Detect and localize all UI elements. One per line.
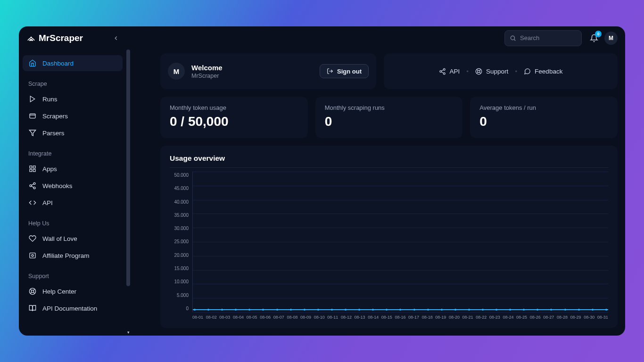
- svg-line-24: [30, 292, 32, 294]
- play-icon: [28, 95, 37, 103]
- svg-point-20: [31, 290, 33, 292]
- sidebar-collapse-button[interactable]: [110, 33, 122, 44]
- svg-line-23: [33, 289, 35, 290]
- link-support[interactable]: Support: [475, 68, 508, 75]
- svg-line-35: [479, 69, 481, 71]
- lifebuoy-icon: [475, 68, 482, 75]
- sidebar-item-parsers[interactable]: Parsers: [23, 125, 123, 141]
- filter-icon: [28, 129, 37, 137]
- svg-point-0: [30, 40, 31, 41]
- stat-value: 0 / 50,000: [170, 114, 298, 129]
- signout-label: Sign out: [337, 68, 362, 75]
- stat-token-usage: Monthly token usage 0 / 50,000: [160, 97, 308, 138]
- svg-rect-10: [33, 169, 35, 172]
- welcome-title: Welcome: [191, 64, 313, 72]
- svg-line-33: [477, 69, 478, 71]
- svg-line-15: [32, 186, 34, 188]
- home-icon: [28, 59, 37, 67]
- app-window: MrScraper 0 M Dashboard Scrape: [19, 26, 625, 336]
- chart-x-axis: 08-0108-0208-0308-0408-0508-0608-0708-08…: [192, 312, 608, 321]
- svg-point-28: [443, 73, 445, 74]
- sidebar-item-label: API Documentation: [42, 305, 97, 312]
- search-input[interactable]: [504, 30, 582, 46]
- link-api[interactable]: API: [439, 68, 460, 75]
- sidebar-item-api-docs[interactable]: API Documentation: [23, 300, 123, 316]
- code-icon: [28, 198, 37, 207]
- svg-rect-17: [30, 253, 35, 258]
- svg-rect-5: [30, 114, 35, 118]
- badge-icon: [28, 251, 37, 260]
- section-integrate: Integrate: [23, 142, 123, 161]
- stat-label: Average tokens / run: [479, 104, 608, 111]
- sidebar-item-label: Scrapers: [42, 113, 68, 120]
- welcome-subtitle: MrScraper: [191, 73, 313, 79]
- link-label: Feedback: [535, 68, 562, 75]
- sidebar-item-scrapers[interactable]: Scrapers: [23, 108, 123, 124]
- separator-dot: •: [466, 68, 469, 75]
- sign-out-button[interactable]: Sign out: [320, 64, 369, 78]
- logo-icon: [26, 33, 36, 43]
- sidebar-item-runs[interactable]: Runs: [23, 91, 123, 107]
- sidebar-item-apps[interactable]: Apps: [23, 161, 123, 177]
- svg-point-18: [32, 255, 33, 256]
- sidebar-item-dashboard[interactable]: Dashboard: [23, 55, 123, 71]
- share-icon: [439, 68, 446, 75]
- welcome-avatar: M: [168, 63, 185, 80]
- sidebar-item-label: Parsers: [42, 130, 65, 137]
- svg-line-29: [441, 72, 443, 73]
- topbar: MrScraper 0 M: [19, 26, 625, 49]
- notifications-button[interactable]: 0: [589, 33, 599, 43]
- svg-line-36: [477, 72, 478, 74]
- svg-line-16: [32, 184, 34, 185]
- sidebar-item-help-center[interactable]: Help Center: [23, 283, 123, 299]
- scrollbar-thumb[interactable]: [126, 49, 130, 286]
- link-feedback[interactable]: Feedback: [524, 68, 562, 75]
- svg-rect-11: [30, 169, 32, 172]
- share-icon: [28, 181, 37, 190]
- link-label: Support: [486, 68, 508, 75]
- sidebar-item-webhooks[interactable]: Webhooks: [23, 178, 123, 194]
- sidebar-item-affiliate[interactable]: Affiliate Program: [23, 247, 123, 263]
- sidebar-item-api[interactable]: API: [23, 195, 123, 211]
- section-support: Support: [23, 264, 123, 283]
- quicklinks-card: API • Support • Feedback: [384, 53, 618, 89]
- chart-plot-area: [192, 172, 608, 312]
- svg-point-32: [478, 70, 480, 73]
- svg-rect-8: [30, 166, 32, 168]
- svg-rect-9: [33, 166, 35, 168]
- stat-value: 0: [479, 114, 608, 129]
- scroll-down-icon[interactable]: ▾: [127, 330, 130, 335]
- svg-point-14: [33, 187, 35, 189]
- usage-chart-card: Usage overview 50.00045.00040.00035.0003…: [160, 146, 618, 328]
- logo-text: MrScraper: [39, 33, 83, 43]
- sidebar-item-label: Apps: [42, 165, 57, 173]
- user-avatar[interactable]: M: [604, 32, 618, 45]
- svg-point-26: [443, 68, 445, 70]
- svg-point-13: [30, 185, 32, 187]
- svg-point-12: [33, 182, 35, 184]
- svg-point-2: [511, 36, 514, 40]
- svg-line-21: [30, 289, 32, 290]
- sidebar-item-label: Help Center: [42, 288, 76, 295]
- book-icon: [28, 304, 37, 313]
- welcome-card: M Welcome MrScraper Sign out: [160, 53, 376, 89]
- heart-icon: [28, 234, 37, 243]
- divider: [170, 167, 608, 168]
- sidebar-item-wall-of-love[interactable]: Wall of Love: [23, 230, 123, 247]
- search-icon: [510, 35, 516, 41]
- logo[interactable]: MrScraper: [26, 33, 83, 43]
- stat-value: 0: [325, 114, 454, 129]
- svg-marker-4: [30, 96, 34, 102]
- search-field[interactable]: [520, 34, 577, 41]
- sidebar-item-label: Webhooks: [42, 182, 73, 189]
- chart-title: Usage overview: [170, 154, 608, 163]
- separator-dot: •: [515, 68, 517, 75]
- chart-data-points: [193, 309, 608, 311]
- message-icon: [524, 68, 531, 75]
- lifebuoy-icon: [28, 287, 37, 296]
- sidebar: Dashboard Scrape Runs Scrapers Parsers I…: [19, 49, 132, 336]
- sidebar-item-label: Dashboard: [42, 60, 74, 67]
- sidebar-item-label: Wall of Love: [42, 235, 77, 242]
- svg-line-3: [514, 39, 516, 41]
- sidebar-scrollbar[interactable]: ▾: [126, 49, 132, 336]
